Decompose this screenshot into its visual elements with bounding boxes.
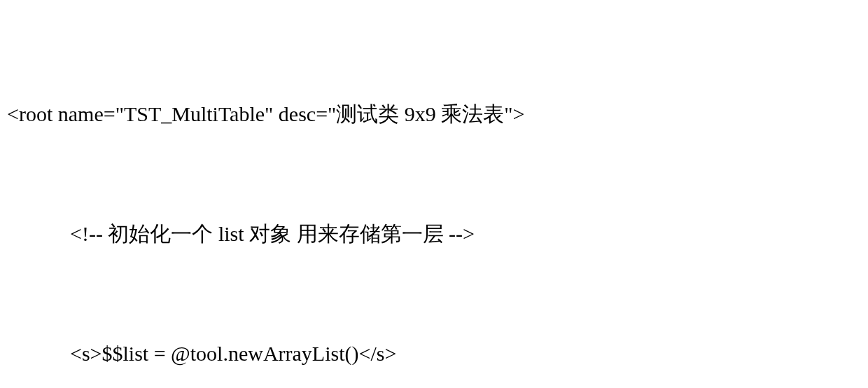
code-line-1: <root name="TST_MultiTable" desc="测试类 9x…: [7, 94, 861, 134]
code-listing: <root name="TST_MultiTable" desc="测试类 9x…: [7, 14, 861, 388]
code-line-3: <s>$$list = @tool.newArrayList()</s>: [7, 333, 861, 373]
code-line-2: <!-- 初始化一个 list 对象 用来存储第一层 -->: [7, 214, 861, 254]
